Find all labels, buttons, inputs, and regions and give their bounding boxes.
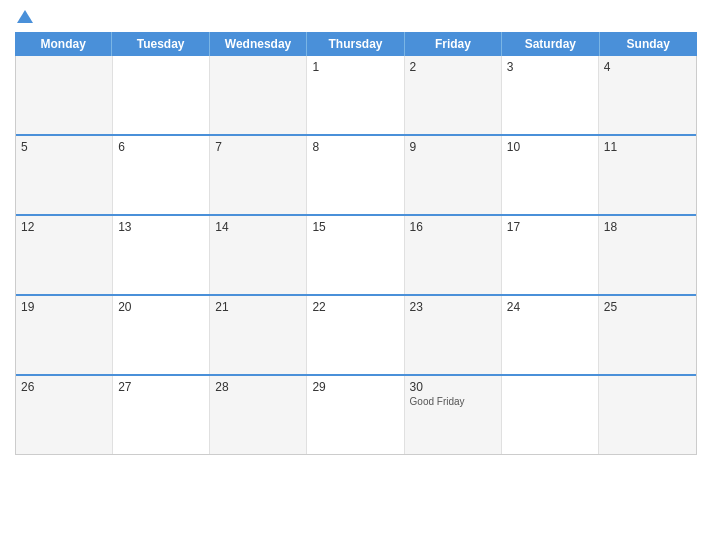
day-number: 30 bbox=[410, 380, 496, 394]
day-cell: 19 bbox=[16, 296, 113, 374]
day-number: 3 bbox=[507, 60, 593, 74]
day-cell bbox=[210, 56, 307, 134]
day-cell: 10 bbox=[502, 136, 599, 214]
day-number: 20 bbox=[118, 300, 204, 314]
day-number: 15 bbox=[312, 220, 398, 234]
day-cell: 6 bbox=[113, 136, 210, 214]
day-number: 8 bbox=[312, 140, 398, 154]
day-number: 4 bbox=[604, 60, 691, 74]
week-row: 1234 bbox=[16, 56, 696, 136]
day-cell: 2 bbox=[405, 56, 502, 134]
logo-blue-text bbox=[15, 10, 33, 24]
day-header: Friday bbox=[405, 32, 502, 56]
day-number: 9 bbox=[410, 140, 496, 154]
day-cell: 20 bbox=[113, 296, 210, 374]
day-number: 6 bbox=[118, 140, 204, 154]
day-cell bbox=[113, 56, 210, 134]
week-row: 567891011 bbox=[16, 136, 696, 216]
day-cell: 1 bbox=[307, 56, 404, 134]
day-number: 21 bbox=[215, 300, 301, 314]
day-number: 18 bbox=[604, 220, 691, 234]
day-header: Tuesday bbox=[112, 32, 209, 56]
week-row: 2627282930Good Friday bbox=[16, 376, 696, 454]
day-cell: 9 bbox=[405, 136, 502, 214]
day-event: Good Friday bbox=[410, 396, 496, 407]
day-cell: 8 bbox=[307, 136, 404, 214]
day-number: 12 bbox=[21, 220, 107, 234]
day-number: 7 bbox=[215, 140, 301, 154]
day-number: 27 bbox=[118, 380, 204, 394]
day-cell: 27 bbox=[113, 376, 210, 454]
day-cell: 3 bbox=[502, 56, 599, 134]
day-cell: 23 bbox=[405, 296, 502, 374]
week-row: 12131415161718 bbox=[16, 216, 696, 296]
day-number: 17 bbox=[507, 220, 593, 234]
day-cell: 15 bbox=[307, 216, 404, 294]
calendar-grid: MondayTuesdayWednesdayThursdayFridaySatu… bbox=[15, 32, 697, 455]
day-number: 13 bbox=[118, 220, 204, 234]
day-cell: 17 bbox=[502, 216, 599, 294]
day-number: 28 bbox=[215, 380, 301, 394]
day-cell: 30Good Friday bbox=[405, 376, 502, 454]
day-cell: 7 bbox=[210, 136, 307, 214]
day-cell: 5 bbox=[16, 136, 113, 214]
day-number: 1 bbox=[312, 60, 398, 74]
day-cell: 13 bbox=[113, 216, 210, 294]
day-cell: 25 bbox=[599, 296, 696, 374]
day-cell: 16 bbox=[405, 216, 502, 294]
day-cell: 4 bbox=[599, 56, 696, 134]
day-header: Sunday bbox=[600, 32, 697, 56]
day-cell bbox=[502, 376, 599, 454]
day-cell: 22 bbox=[307, 296, 404, 374]
day-number: 22 bbox=[312, 300, 398, 314]
day-cell bbox=[16, 56, 113, 134]
day-number: 19 bbox=[21, 300, 107, 314]
day-cell: 29 bbox=[307, 376, 404, 454]
day-number: 16 bbox=[410, 220, 496, 234]
day-cell: 21 bbox=[210, 296, 307, 374]
day-number: 24 bbox=[507, 300, 593, 314]
day-cell bbox=[599, 376, 696, 454]
calendar-page: MondayTuesdayWednesdayThursdayFridaySatu… bbox=[0, 0, 712, 550]
day-header: Saturday bbox=[502, 32, 599, 56]
logo-triangle-icon bbox=[17, 10, 33, 23]
day-cell: 28 bbox=[210, 376, 307, 454]
day-cell: 11 bbox=[599, 136, 696, 214]
day-header: Monday bbox=[15, 32, 112, 56]
calendar-body: 1234567891011121314151617181920212223242… bbox=[15, 56, 697, 455]
day-number: 23 bbox=[410, 300, 496, 314]
day-number: 26 bbox=[21, 380, 107, 394]
day-number: 25 bbox=[604, 300, 691, 314]
day-number: 14 bbox=[215, 220, 301, 234]
logo bbox=[15, 10, 33, 24]
day-number: 29 bbox=[312, 380, 398, 394]
day-number: 5 bbox=[21, 140, 107, 154]
week-row: 19202122232425 bbox=[16, 296, 696, 376]
day-number: 2 bbox=[410, 60, 496, 74]
day-number: 10 bbox=[507, 140, 593, 154]
day-header: Thursday bbox=[307, 32, 404, 56]
day-cell: 14 bbox=[210, 216, 307, 294]
day-cell: 12 bbox=[16, 216, 113, 294]
calendar-header bbox=[15, 10, 697, 24]
day-number: 11 bbox=[604, 140, 691, 154]
day-cell: 18 bbox=[599, 216, 696, 294]
day-cell: 24 bbox=[502, 296, 599, 374]
day-header: Wednesday bbox=[210, 32, 307, 56]
day-headers-row: MondayTuesdayWednesdayThursdayFridaySatu… bbox=[15, 32, 697, 56]
day-cell: 26 bbox=[16, 376, 113, 454]
